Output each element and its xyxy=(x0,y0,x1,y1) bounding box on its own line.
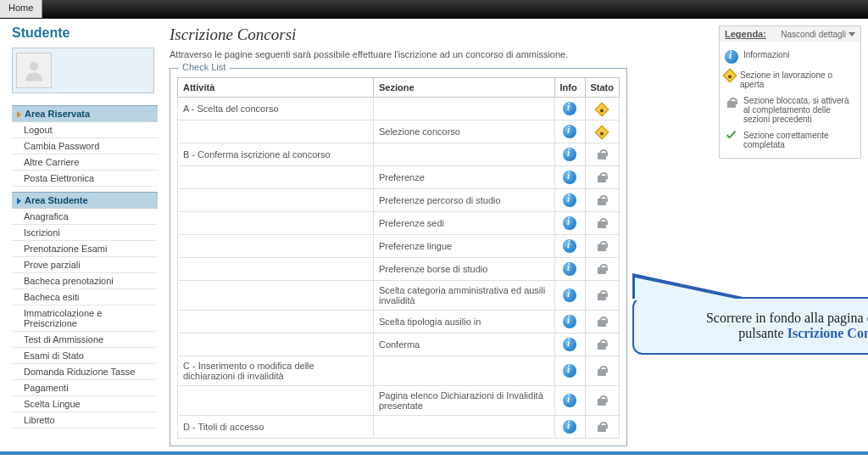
lock-icon xyxy=(595,262,609,276)
chevron-down-icon xyxy=(849,32,855,36)
sidebar-item[interactable]: Iscrizioni xyxy=(12,225,158,241)
lock-icon xyxy=(595,216,609,230)
info-icon xyxy=(563,125,576,138)
info-icon xyxy=(563,193,576,207)
sidebar-item[interactable]: Posta Elettronica xyxy=(12,171,158,187)
cell-stato xyxy=(585,281,620,311)
cell-stato xyxy=(585,386,620,416)
sidebar-item[interactable]: Cambia Password xyxy=(12,138,158,154)
cell-stato xyxy=(585,120,620,143)
checklist-fieldset: Check List Attività Sezione Info Stato A… xyxy=(170,68,627,446)
sidebar-item[interactable]: Altre Carriere xyxy=(12,154,158,171)
legend-collapse[interactable]: Nascondi dettagli xyxy=(781,30,855,39)
legend-row: Sezione in lavorazione o aperta xyxy=(723,67,857,92)
lock-icon xyxy=(595,239,609,253)
menu-head-area-studente[interactable]: Area Studente xyxy=(12,192,158,209)
cell-attivita xyxy=(178,386,374,416)
info-icon xyxy=(563,239,576,253)
sidebar-item[interactable]: Bacheca prenotazioni xyxy=(12,273,158,289)
svg-point-0 xyxy=(30,62,38,70)
sidebar-item[interactable]: Esami di Stato xyxy=(12,348,158,364)
table-row: Conferma xyxy=(178,333,620,356)
home-tab[interactable]: Home xyxy=(0,0,42,18)
sidebar: Studente Area Riservata LogoutCambia Pas… xyxy=(12,25,158,446)
cell-attivita xyxy=(178,235,374,258)
cell-sezione xyxy=(373,356,554,386)
sidebar-item[interactable]: Pagamenti xyxy=(12,380,158,396)
cell-info[interactable] xyxy=(554,166,585,189)
cell-info[interactable] xyxy=(554,281,585,311)
table-row: Preferenze lingue xyxy=(178,235,620,258)
legend-row: Informazioni xyxy=(723,47,857,67)
cell-info[interactable] xyxy=(554,311,585,333)
lock-icon xyxy=(595,148,609,161)
cell-info[interactable] xyxy=(554,386,585,416)
sidebar-item[interactable]: Anagrafica xyxy=(12,209,158,225)
cell-sezione xyxy=(373,143,554,166)
avatar xyxy=(16,53,52,88)
legend-text: Sezione in lavorazione o aperta xyxy=(740,70,855,89)
cell-info[interactable] xyxy=(554,143,585,166)
cell-stato xyxy=(585,416,620,439)
cell-sezione: Scelta tipologia ausilio in xyxy=(373,311,554,333)
sidebar-item[interactable]: Prenotazione Esami xyxy=(12,241,158,257)
cell-attivita xyxy=(178,166,374,189)
cell-info[interactable] xyxy=(554,356,585,386)
sidebar-item[interactable]: Scelta Lingue xyxy=(12,396,158,412)
cell-attivita xyxy=(178,212,374,235)
cell-info[interactable] xyxy=(554,258,585,281)
main-content: Iscrizione Concorsi Attraverso le pagine… xyxy=(158,25,719,446)
cell-sezione: Preferenze xyxy=(373,166,554,189)
table-row: A - Scelta del concorso xyxy=(178,98,620,120)
fieldset-legend: Check List xyxy=(179,62,229,72)
instruction-callout: Scorrere in fondo alla pagina e premere … xyxy=(632,297,868,355)
sidebar-item[interactable]: Logout xyxy=(12,122,158,138)
cell-stato xyxy=(585,166,620,189)
legend-row: Sezione correttamente completata xyxy=(723,127,857,153)
chevron-right-icon xyxy=(17,111,21,118)
table-row: Scelta tipologia ausilio in xyxy=(178,311,620,333)
sidebar-item[interactable]: Libretto xyxy=(12,412,158,429)
info-icon xyxy=(563,171,576,184)
col-attivita: Attività xyxy=(178,78,374,98)
chevron-right-icon xyxy=(17,198,21,204)
legend-panel: Legenda: Nascondi dettagli InformazioniS… xyxy=(719,25,868,446)
cell-sezione: Selezione concorso xyxy=(373,120,554,143)
table-row: Scelta categoria amministrativa ed ausil… xyxy=(178,281,620,311)
menu-head-area-riservata[interactable]: Area Riservata xyxy=(12,105,158,122)
table-row: Pagina elenco Dichiarazioni di Invalidit… xyxy=(178,386,620,416)
cell-info[interactable] xyxy=(554,416,585,439)
table-row: B - Conferma iscrizione al concorso xyxy=(178,143,620,166)
sidebar-item[interactable]: Prove parziali xyxy=(12,257,158,273)
cell-info[interactable] xyxy=(554,212,585,235)
cell-stato xyxy=(585,143,620,166)
sidebar-item[interactable]: Bacheca esiti xyxy=(12,289,158,305)
person-icon xyxy=(21,58,47,83)
cell-sezione: Scelta categoria amministrativa ed ausil… xyxy=(373,281,554,311)
lock-icon xyxy=(595,171,609,184)
table-row: Preferenze borse di studio xyxy=(178,258,620,281)
cell-info[interactable] xyxy=(554,189,585,212)
intro-text: Attraverso le pagine seguenti sarà possi… xyxy=(170,49,714,59)
cell-sezione: Conferma xyxy=(373,333,554,356)
info-icon xyxy=(563,338,576,351)
cell-attivita xyxy=(178,258,374,281)
cell-info[interactable] xyxy=(554,235,585,258)
sidebar-title: Studente xyxy=(12,25,158,41)
cell-sezione: Preferenze borse di studio xyxy=(373,258,554,281)
cell-info[interactable] xyxy=(554,120,585,143)
sidebar-item[interactable]: Test di Ammissione xyxy=(12,332,158,348)
sidebar-item[interactable]: Domanda Riduzione Tasse xyxy=(12,364,158,380)
info-icon xyxy=(563,364,576,378)
legend-text: Informazioni xyxy=(743,50,789,59)
lock-icon xyxy=(595,315,609,328)
cell-info[interactable] xyxy=(554,333,585,356)
cell-stato xyxy=(585,356,620,386)
cell-attivita: C - Inserimento o modifica delle dichiar… xyxy=(178,356,374,386)
legend-text: Sezione bloccata, si attiverà al complet… xyxy=(743,96,855,124)
sidebar-item[interactable]: Immatricolazione e Preiscrizione xyxy=(12,305,158,332)
cell-info[interactable] xyxy=(554,98,585,120)
cell-attivita xyxy=(178,189,374,212)
cell-stato xyxy=(585,333,620,356)
lock-icon xyxy=(595,420,609,434)
